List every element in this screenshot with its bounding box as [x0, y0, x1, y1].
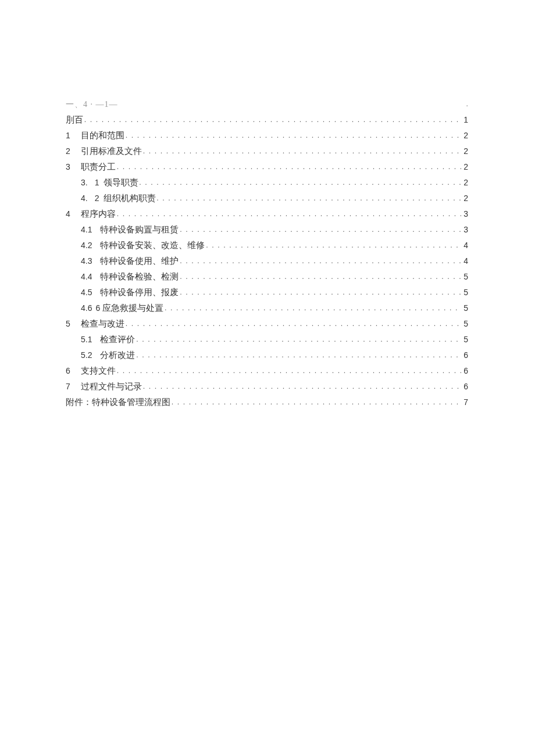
toc-leader-dots — [206, 238, 461, 253]
toc-number: 2 — [66, 144, 81, 159]
toc-leader-dots — [136, 347, 461, 363]
toc-leader-dots — [157, 191, 461, 206]
toc-subnumber: 4.2 — [81, 191, 99, 206]
toc-title: 领导职责 — [104, 175, 138, 191]
toc-title: 职责分工 — [81, 159, 116, 175]
toc-page: 5 — [462, 332, 468, 347]
toc-subnumber: 4.6 — [81, 300, 92, 316]
toc-entry: 5检查与改进5 — [66, 316, 468, 332]
toc-page: 4 — [462, 238, 468, 253]
toc-page: 4 — [462, 253, 468, 269]
toc-entry: 3.1领导职责2 — [66, 175, 468, 191]
toc-extra: 6 — [95, 300, 100, 316]
toc-title: 分析改进 — [100, 347, 135, 363]
header-dot: . — [466, 99, 469, 110]
toc-page: 5 — [462, 285, 468, 300]
toc-entry: 4.3特种设备使用、维护4 — [66, 253, 468, 269]
toc-title: 特种设备停用、报废 — [100, 285, 179, 300]
toc-leader-dots — [180, 285, 461, 300]
toc-leader-dots — [126, 128, 461, 144]
toc-number: 3 — [66, 159, 81, 175]
toc-leader-dots — [117, 159, 461, 175]
toc-title: 特种设备使用、维护 — [100, 253, 179, 269]
toc-title: 刖百 — [66, 112, 83, 128]
toc-entry: 4.1特种设备购置与租赁3 — [66, 222, 468, 238]
toc-leader-dots — [180, 269, 461, 285]
toc-entry: 4.5特种设备停用、报废5 — [66, 285, 468, 300]
toc-entry: 3职责分工2 — [66, 159, 468, 175]
toc-number: 6 — [66, 363, 81, 379]
toc-entry: 4.2特种设备安装、改造、维修4 — [66, 238, 468, 253]
header-line: 一、4 · —1— . — [66, 99, 468, 110]
toc-entry: 2引用标准及文件2 — [66, 144, 468, 159]
toc-title: 组织机构职责 — [104, 191, 156, 206]
toc-page: 7 — [462, 395, 468, 410]
toc-entry: 4.4特种设备检验、检测5 — [66, 269, 468, 285]
toc-title: 特种设备购置与租赁 — [100, 222, 179, 238]
toc-subnumber: 5.2 — [81, 347, 92, 363]
toc-page: 6 — [462, 363, 468, 379]
toc-subnumber: 4.5 — [81, 285, 92, 300]
toc-page: 2 — [462, 128, 468, 144]
toc-subnumber: 3.1 — [81, 175, 99, 191]
toc-leader-dots — [172, 395, 461, 410]
toc-entry: 1目的和范围2 — [66, 128, 468, 144]
toc-title: 特种设备安装、改造、维修 — [100, 238, 205, 253]
toc-page: 1 — [462, 112, 468, 128]
toc-leader-dots — [165, 300, 461, 316]
toc-title: 目的和范围 — [81, 128, 124, 144]
toc-entry: 5.2分析改进6 — [66, 347, 468, 363]
toc-page: 5 — [462, 316, 468, 332]
toc-page: 5 — [462, 269, 468, 285]
toc-number: 4 — [66, 206, 81, 222]
toc-subnumber: 4.4 — [81, 269, 92, 285]
toc-page: 2 — [462, 159, 468, 175]
toc-leader-dots — [117, 206, 461, 222]
toc-page: 3 — [462, 222, 468, 238]
toc-title: 检查评价 — [100, 332, 135, 347]
toc-leader-dots — [136, 332, 461, 347]
toc-subnumber: 4.2 — [81, 238, 92, 253]
toc-leader-dots — [140, 175, 461, 191]
toc-subnumber: 4.1 — [81, 222, 92, 238]
toc-title: 检查与改进 — [81, 316, 124, 332]
toc-page: 2 — [462, 144, 468, 159]
toc-entry: 7过程文件与记录6 — [66, 379, 468, 395]
toc-page: 2 — [462, 191, 468, 206]
toc-entry: 附件：特种设备管理流程图7 — [66, 395, 468, 410]
toc-title: 应急救援与处置 — [102, 300, 163, 316]
toc-page: 3 — [462, 206, 468, 222]
toc-subnumber: 4.3 — [81, 253, 92, 269]
toc-title: 支持文件 — [81, 363, 116, 379]
toc-leader-dots — [180, 253, 461, 269]
toc-number: 5 — [66, 316, 81, 332]
toc-title: 程序内容 — [81, 206, 116, 222]
toc-number: 1 — [66, 128, 81, 144]
toc-page: 5 — [462, 300, 468, 316]
toc-leader-dots — [180, 222, 461, 238]
toc-entry: 4程序内容3 — [66, 206, 468, 222]
toc-entry: 4.2组织机构职责2 — [66, 191, 468, 206]
toc-entry: 5.1检查评价5 — [66, 332, 468, 347]
toc-leader-dots — [84, 112, 461, 128]
toc-title: 附件：特种设备管理流程图 — [66, 395, 170, 410]
toc-leader-dots — [143, 379, 461, 395]
toc-leader-dots — [143, 144, 461, 159]
toc-subnumber: 5.1 — [81, 332, 92, 347]
toc-page: 2 — [462, 175, 468, 191]
table-of-contents: 刖百11目的和范围22引用标准及文件23职责分工23.1领导职责24.2组织机构… — [66, 112, 468, 410]
toc-title: 特种设备检验、检测 — [100, 269, 179, 285]
toc-entry: 6支持文件6 — [66, 363, 468, 379]
toc-entry: 刖百1 — [66, 112, 468, 128]
toc-page: 6 — [462, 379, 468, 395]
header-prefix: 一、4 · —1— — [66, 99, 118, 110]
toc-leader-dots — [126, 316, 461, 332]
toc-page: 6 — [462, 347, 468, 363]
toc-title: 过程文件与记录 — [81, 379, 142, 395]
toc-entry: 4.66应急救援与处置5 — [66, 300, 468, 316]
toc-leader-dots — [117, 363, 461, 379]
toc-title: 引用标准及文件 — [81, 144, 142, 159]
toc-number: 7 — [66, 379, 81, 395]
